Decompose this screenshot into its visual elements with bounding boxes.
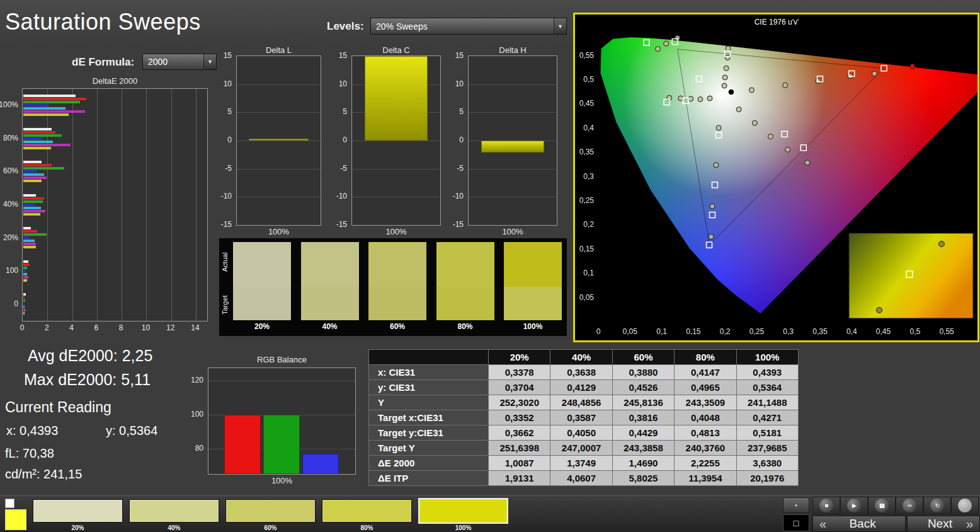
table-cell: 243,3858 [612, 441, 674, 456]
pattern-button-100%[interactable] [418, 498, 508, 524]
table-row: Y252,3020248,4856245,8136243,3509241,148… [369, 395, 799, 410]
pattern-stop-button[interactable]: □ [783, 514, 809, 531]
axis-tick-label: 15 [455, 51, 464, 60]
axis-tick-label: 0,4 [583, 124, 594, 132]
pattern-button-80%[interactable] [322, 499, 412, 523]
bar [23, 131, 55, 134]
bar [23, 107, 66, 110]
bar [23, 267, 27, 269]
axis-tick-label: 8 [113, 323, 128, 332]
pattern-button-60%[interactable] [225, 499, 316, 523]
table-cell: 1,3749 [550, 456, 612, 471]
table-row: y: CIE310,37040,41290,45260,49650,5364 [369, 380, 799, 395]
axis-tick-label: 20% [3, 233, 18, 242]
bar [23, 312, 25, 315]
axis-tick-label: 0,35 [579, 147, 595, 156]
back-button[interactable]: « Back [812, 516, 906, 532]
record-button[interactable] [951, 497, 979, 514]
target-swatch-100% [504, 287, 562, 320]
axis-tick-label: 0,3 [783, 327, 794, 336]
table-cell: 1,0087 [489, 456, 550, 471]
bar [23, 164, 52, 166]
measurement-point [736, 107, 741, 112]
table-cell: 0,5364 [736, 380, 798, 395]
bar [23, 243, 36, 245]
inset-measurement-point [939, 241, 945, 247]
table-cell: 5,8025 [612, 471, 674, 486]
row-label: ΔE ITP [369, 471, 489, 486]
loop-button[interactable]: ∞ [896, 497, 923, 514]
table-cell: 0,3704 [489, 380, 550, 395]
delta-h-title: Delta H [468, 45, 557, 55]
table-cell: 1,9131 [489, 471, 550, 486]
axis-tick-label: 0,15 [686, 327, 701, 336]
deltae2000-chart-title: DeltaE 2000 [22, 76, 208, 86]
levels-dropdown[interactable]: 20% Sweeps ▼ [370, 18, 567, 35]
pause-button[interactable]: ▮▮ [868, 497, 896, 514]
bar [23, 104, 49, 107]
measurement-point [722, 83, 727, 88]
axis-tick-label: 0,15 [579, 245, 595, 253]
chevron-right-icon: » [966, 517, 973, 531]
axis-tick-label: 0,05 [579, 293, 595, 302]
measurement-table: 20%40%60%80%100%x: CIE310,33780,36380,38… [368, 349, 799, 486]
next-button[interactable]: Next » [907, 516, 980, 532]
bar [23, 227, 31, 229]
axis-tick-label: 0 [14, 323, 30, 332]
axis-tick-label: 0,45 [579, 99, 595, 108]
table-cell: 247,0007 [550, 441, 612, 456]
bar [23, 299, 25, 302]
column-header [369, 350, 489, 365]
axis-tick-label: 0,2 [583, 220, 594, 229]
bar [23, 270, 26, 272]
measurement-point [664, 41, 669, 46]
axis-tick-label: -5 [340, 164, 347, 173]
axis-tick-label: 40% [3, 200, 18, 209]
bar [23, 260, 28, 263]
rgb-balance-chart [208, 367, 356, 475]
pattern-window-button[interactable]: ▪ [783, 497, 809, 513]
axis-tick-label: -10 [336, 192, 347, 200]
red-bar [224, 415, 261, 474]
table-row: x: CIE310,33780,36380,38800,41470,4393 [369, 365, 799, 380]
axis-tick-label: 60% [3, 166, 18, 175]
table-row: Target Y251,6398247,0007243,3858240,3760… [369, 441, 799, 456]
table-cell: 0,4813 [675, 425, 736, 441]
gridline [122, 89, 122, 321]
deltae2000-y-axis: 100%80%60%40%20%1000 [0, 88, 21, 321]
bar [23, 176, 47, 179]
measurement-point [768, 134, 773, 139]
axis-tick-label: 10 [455, 79, 464, 88]
current-reading-title: Current Reading [5, 399, 111, 416]
play-button[interactable]: ▶ [840, 497, 868, 514]
app-window: Saturation Sweeps dE Formula: 2000 ▼ Lev… [0, 0, 980, 532]
table-cell: 240,3760 [675, 441, 736, 456]
loop-icon: ∞ [903, 499, 916, 512]
pattern-button-40%[interactable] [129, 499, 219, 523]
target-swatch-60% [368, 287, 426, 320]
bar [23, 306, 25, 308]
measurement-point [726, 46, 731, 51]
refresh-button[interactable]: ↻ [923, 497, 951, 514]
delta-bar [249, 139, 309, 141]
pattern-label: 100% [418, 524, 508, 531]
rgb-balance-title: RGB Balance [208, 355, 356, 364]
bar [23, 194, 36, 197]
axis-tick-label: 0 [459, 136, 464, 144]
column-header: 20% [489, 350, 550, 365]
stop-button[interactable]: ■ [812, 497, 840, 514]
reference-point [910, 64, 915, 69]
bar [23, 161, 42, 163]
axis-tick-label: 0,35 [812, 327, 828, 336]
axis-tick-label: 2 [39, 323, 54, 332]
pattern-button-20%[interactable] [33, 499, 123, 523]
gridline [352, 197, 440, 197]
axis-tick-label: 0,1 [656, 327, 667, 336]
actual-swatch-100% [504, 242, 562, 287]
table-cell: 245,8136 [612, 395, 674, 410]
axis-tick-label: 0,5 [909, 327, 920, 336]
table-cell: 0,3352 [489, 410, 550, 425]
delta-bar [481, 141, 545, 153]
gridline [352, 169, 440, 170]
de-formula-dropdown[interactable]: 2000 ▼ [142, 54, 217, 70]
